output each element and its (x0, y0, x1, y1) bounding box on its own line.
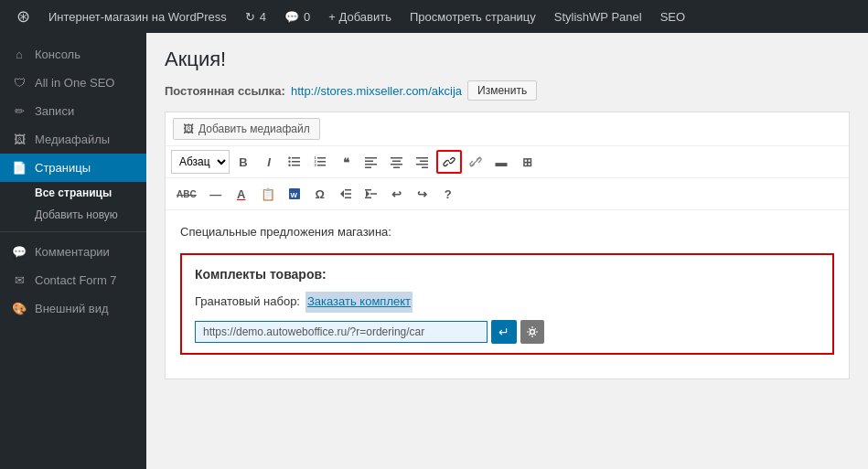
svg-rect-7 (317, 161, 326, 163)
comments-btn[interactable]: 💬 0 (275, 0, 319, 33)
svg-rect-16 (391, 157, 402, 159)
blockquote-button[interactable]: ❝ (334, 150, 358, 174)
site-name[interactable]: Интернет-магазин на WordPress (39, 0, 236, 33)
unordered-list-button[interactable] (283, 150, 306, 174)
link-prefix: Гранатовый набор: (195, 293, 300, 312)
paste-word-button[interactable]: W (283, 182, 306, 206)
editor-body[interactable]: Специальные предложения магазина: Компле… (166, 210, 849, 378)
enter-icon: ↵ (498, 325, 509, 339)
change-permalink-button[interactable]: Изменить (467, 80, 537, 101)
svg-rect-22 (416, 164, 428, 165)
view-site-btn[interactable]: Просмотреть страницу (401, 0, 545, 33)
updates-btn[interactable]: ↻ 4 (236, 0, 275, 33)
sidebar-item-posts[interactable]: ✏ Записи (0, 97, 146, 125)
svg-rect-2 (292, 165, 300, 166)
svg-rect-19 (393, 167, 400, 169)
unlink-button[interactable] (464, 150, 488, 174)
text-color-button[interactable]: A (230, 182, 253, 206)
seo-btn[interactable]: SEO (651, 0, 694, 33)
shield-icon: 🛡 (11, 76, 27, 90)
page-icon: 📄 (11, 161, 27, 175)
svg-rect-1 (292, 161, 300, 163)
svg-marker-31 (366, 190, 370, 197)
svg-rect-32 (365, 189, 371, 191)
main-content: Акция! Постоянная ссылка: http://stores.… (146, 33, 868, 469)
sidebar-item-all-in-one-seo[interactable]: 🛡 All in One SEO (0, 69, 146, 97)
updates-count: 4 (260, 10, 266, 24)
more-button[interactable]: ▬ (489, 150, 513, 174)
horizontal-rule-button[interactable]: — (204, 182, 228, 206)
comments-count: 0 (304, 10, 310, 24)
sidebar-sub-add-new-page[interactable]: Добавить новую (0, 204, 146, 226)
sidebar-item-comments-label: Комментарии (35, 245, 110, 259)
editor-container: 🖼 Добавить медиафайл Абзац B I 123 ❝ (165, 112, 850, 379)
svg-rect-15 (365, 167, 371, 169)
redo-button[interactable]: ↪ (411, 182, 434, 206)
sidebar-item-posts-label: Записи (35, 104, 74, 118)
media-btn-row: 🖼 Добавить медиафайл (166, 112, 849, 146)
permalink-row: Постоянная ссылка: http://stores.mixsell… (165, 80, 850, 101)
sidebar-item-media[interactable]: 🖼 Медиафайлы (0, 125, 146, 154)
url-settings-button[interactable] (520, 320, 544, 344)
comments-icon: 💬 (284, 10, 299, 24)
link-button[interactable] (436, 150, 462, 174)
sidebar: ⌂ Консоль 🛡 All in One SEO ✏ Записи 🖼 Ме… (0, 33, 146, 469)
permalink-url[interactable]: http://stores.mixseller.com/akcija (291, 84, 462, 98)
svg-text:3: 3 (315, 163, 317, 167)
format-select[interactable]: Абзац (171, 150, 230, 174)
indent-button[interactable] (359, 182, 383, 206)
svg-rect-21 (420, 161, 428, 163)
help-button[interactable]: ? (436, 182, 460, 206)
outdent-button[interactable] (334, 182, 358, 206)
paste-text-button[interactable]: 📋 (255, 182, 281, 206)
align-left-button[interactable] (359, 150, 383, 174)
svg-text:W: W (290, 191, 297, 199)
svg-rect-6 (317, 157, 326, 159)
add-new-btn[interactable]: + Добавить (319, 0, 401, 33)
toolbar-toggle-button[interactable]: ⊞ (515, 150, 539, 174)
sidebar-item-pages[interactable]: 📄 Страницы (0, 154, 146, 182)
sidebar-item-console-label: Консоль (35, 48, 80, 61)
url-confirm-button[interactable]: ↵ (491, 320, 517, 344)
charmap-button[interactable]: Ω (308, 182, 332, 206)
svg-rect-34 (365, 197, 371, 199)
svg-rect-14 (365, 164, 377, 165)
mail-icon: ✉ (11, 273, 27, 287)
stylishwp-panel-btn[interactable]: StylishWP Panel (545, 0, 651, 33)
url-input-row: ↵ (195, 320, 820, 344)
align-center-button[interactable] (385, 150, 409, 174)
svg-rect-28 (345, 189, 351, 191)
editor-link[interactable]: Заказать комплект (305, 292, 413, 313)
editor-static-text: Специальные предложения магазина: (180, 223, 834, 242)
sidebar-sub-all-pages[interactable]: Все страницы (0, 182, 146, 204)
bold-button[interactable]: B (231, 150, 255, 174)
pencil-icon: ✏ (11, 104, 27, 118)
admin-bar: ⊛ Интернет-магазин на WordPress ↻ 4 💬 0 … (0, 0, 868, 33)
svg-rect-29 (345, 193, 351, 195)
sidebar-item-appearance[interactable]: 🎨 Внешний вид (0, 294, 146, 323)
svg-rect-30 (345, 197, 351, 199)
sidebar-item-contact-form-7[interactable]: ✉ Contact Form 7 (0, 266, 146, 294)
link-row: Гранатовый набор: Заказать комплект (195, 292, 820, 313)
sidebar-item-console[interactable]: ⌂ Консоль (0, 40, 146, 69)
url-input[interactable] (195, 321, 488, 343)
svg-rect-20 (416, 157, 428, 159)
permalink-label: Постоянная ссылка: (165, 84, 285, 98)
sidebar-item-media-label: Медиафайлы (35, 133, 110, 146)
ordered-list-button[interactable]: 123 (308, 150, 332, 174)
palette-icon: 🎨 (11, 302, 27, 315)
align-right-button[interactable] (411, 150, 434, 174)
console-icon: ⌂ (11, 48, 27, 61)
add-media-button[interactable]: 🖼 Добавить медиафайл (173, 118, 320, 140)
strikethrough-button[interactable]: ABC (171, 182, 202, 206)
italic-button[interactable]: I (257, 150, 281, 174)
toolbar-row-1: Абзац B I 123 ❝ (166, 146, 849, 178)
sidebar-item-pages-label: Страницы (35, 161, 91, 175)
wp-logo[interactable]: ⊛ (7, 0, 39, 33)
undo-button[interactable]: ↩ (385, 182, 409, 206)
sidebar-item-comments[interactable]: 💬 Комментарии (0, 238, 146, 266)
block-title: Комплекты товаров: (195, 264, 820, 284)
svg-rect-0 (292, 157, 300, 159)
sidebar-item-appearance-label: Внешний вид (35, 302, 109, 315)
toolbar-row-2: ABC — A 📋 W Ω ↩ ↪ ? (166, 178, 849, 210)
